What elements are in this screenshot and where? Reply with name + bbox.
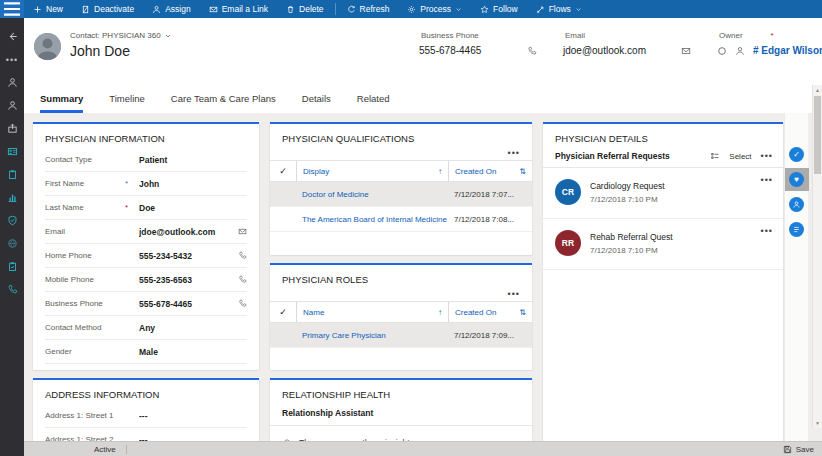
record-status: Active (94, 445, 116, 454)
rail-tab-check[interactable]: ✓ (785, 143, 809, 166)
home-phone-value[interactable]: 555-234-5432 (139, 251, 238, 261)
select-all-check-icon[interactable]: ✓ (270, 161, 296, 181)
analytics-chart-icon[interactable] (0, 186, 24, 209)
first-name-value[interactable]: John (139, 179, 247, 189)
email-icon[interactable] (238, 227, 247, 236)
owner-link[interactable]: # Edgar Wilson II (753, 45, 822, 56)
rail-tab-assistant[interactable] (785, 193, 809, 216)
record-avatar[interactable] (34, 33, 61, 60)
entity-switcher[interactable]: Contact: PHYSICIAN 360 (70, 31, 171, 40)
save-button[interactable]: Save (783, 445, 814, 454)
select-button[interactable]: Select (729, 152, 751, 161)
column-header-created-on[interactable]: Created On ⇅ (448, 161, 532, 181)
qualification-link[interactable]: The American Board of Internal Medicine … (296, 215, 448, 224)
export-record-icon[interactable] (0, 117, 24, 140)
email-value[interactable]: jdoe@outlook.com (563, 45, 691, 56)
field-row-email: Email jdoe@outlook.com (45, 220, 247, 244)
deactivate-button[interactable]: Deactivate (72, 0, 143, 18)
select-all-check-icon[interactable]: ✓ (270, 302, 296, 322)
contact-type-value[interactable]: Patient (139, 155, 247, 165)
more-commands-icon[interactable]: ••• (761, 152, 773, 160)
tasks-clipboard-icon[interactable] (0, 255, 24, 278)
rail-tab-health[interactable]: ♥ (785, 168, 809, 191)
referral-title[interactable]: Rehab Referral Quest (590, 230, 673, 242)
relationship-health-title: RELATIONSHIP HEALTH (270, 380, 532, 404)
owner-value[interactable]: # Edgar Wilson II (717, 45, 822, 56)
phone-icon[interactable] (238, 251, 247, 260)
clipboard-icon[interactable] (0, 163, 24, 186)
new-button[interactable]: New (24, 0, 72, 18)
process-button[interactable]: Process (398, 0, 471, 18)
assign-button[interactable]: Assign (143, 0, 200, 18)
column-header-display[interactable]: Display ↑ (296, 161, 448, 181)
flows-button-label: Flows (549, 4, 571, 14)
table-row[interactable]: The American Board of Internal Medicine … (270, 207, 532, 232)
physician-qualifications-title: PHYSICIAN QUALIFICATIONS (270, 124, 532, 148)
flows-button[interactable]: Flows (527, 0, 591, 18)
email-link-button-label: Email a Link (222, 4, 268, 14)
more-commands-icon[interactable]: ••• (761, 176, 773, 184)
mobile-phone-value[interactable]: 555-235-6563 (139, 275, 238, 285)
tab-summary[interactable]: Summary (40, 85, 83, 113)
referral-list-item[interactable]: RR Rehab Referral Quest 7/12/2018 7:10 P… (543, 219, 783, 270)
scroll-down-icon[interactable]: ▼ (813, 418, 822, 428)
vertical-scrollbar[interactable]: ▲ ▼ (812, 85, 822, 428)
email-link-button[interactable]: Email a Link (200, 0, 277, 18)
assign-button-label: Assign (165, 4, 191, 14)
header-fields: Business Phone 555-678-4465 Email jdoe@o… (419, 31, 822, 56)
chevron-down-icon (455, 6, 462, 13)
tab-care-team-care-plans[interactable]: Care Team & Care Plans (171, 85, 276, 113)
id-card-icon[interactable] (0, 140, 24, 163)
command-bar: New Deactivate Assign Email a Link Delet… (0, 0, 822, 18)
role-link[interactable]: Primary Care Physician (296, 331, 448, 340)
network-icon[interactable] (0, 232, 24, 255)
more-commands-icon[interactable]: ••• (508, 290, 520, 298)
header-field-email: Email jdoe@outlook.com (563, 31, 691, 56)
physician-roles-card: PHYSICIAN ROLES ••• ✓ Name ↑ Created On … (270, 263, 532, 370)
refresh-button-label: Refresh (360, 4, 390, 14)
qualification-link[interactable]: Doctor of Medicine (296, 190, 448, 199)
delete-button[interactable]: Delete (277, 0, 333, 18)
contact-icon[interactable] (0, 71, 24, 94)
sort-both-icon: ⇅ (519, 167, 526, 176)
tab-details[interactable]: Details (302, 85, 331, 113)
email-field-value[interactable]: jdoe@outlook.com (139, 227, 238, 237)
refresh-icon (347, 5, 356, 14)
phone-icon[interactable] (238, 299, 247, 308)
business-phone-field-value[interactable]: 555-678-4465 (139, 299, 238, 309)
phone-icon[interactable] (238, 275, 247, 284)
referral-title[interactable]: Cardiology Request (590, 179, 665, 191)
table-row[interactable]: Doctor of Medicine 7/12/2018 7:07... (270, 182, 532, 207)
tab-related[interactable]: Related (357, 85, 390, 113)
trash-icon (286, 5, 295, 14)
referral-date: 7/12/2018 7:10 PM (590, 246, 673, 255)
scroll-up-icon[interactable]: ▲ (813, 85, 822, 95)
header-field-business-phone: Business Phone 555-678-4465 (419, 31, 537, 56)
contact-method-value[interactable]: Any (139, 323, 247, 333)
shield-check-icon[interactable] (0, 209, 24, 232)
column-header-created-on[interactable]: Created On ⇅ (448, 302, 532, 322)
more-commands-icon[interactable]: ••• (508, 149, 520, 157)
referral-list-item[interactable]: CR Cardiology Request 7/12/2018 7:10 PM … (543, 168, 783, 219)
health-heart-circle-icon: ♥ (789, 172, 804, 187)
more-commands-icon[interactable]: ••• (761, 227, 773, 235)
more-ellipsis-icon[interactable]: ••• (0, 48, 24, 71)
follow-button[interactable]: Follow (471, 0, 527, 18)
contact-alt-icon[interactable] (0, 94, 24, 117)
table-row[interactable]: Primary Care Physician 7/12/2018 7:09... (270, 323, 532, 348)
phone-icon[interactable] (0, 278, 24, 301)
sort-ascending-icon: ↑ (438, 308, 442, 317)
list-view-icon[interactable] (710, 151, 720, 161)
last-name-value[interactable]: Doe (139, 203, 247, 213)
scrollbar-thumb[interactable] (814, 96, 821, 174)
hamburger-menu-button[interactable] (0, 0, 24, 18)
column-header-name[interactable]: Name ↑ (296, 302, 448, 322)
gender-value[interactable]: Male (139, 347, 247, 357)
rail-tab-notes[interactable] (785, 218, 809, 241)
business-phone-value[interactable]: 555-678-4465 (419, 45, 537, 56)
refresh-button[interactable]: Refresh (338, 0, 399, 18)
tab-timeline[interactable]: Timeline (109, 85, 145, 113)
business-phone-label: Business Phone (419, 31, 537, 40)
back-arrow-icon[interactable] (0, 25, 24, 48)
address-street1-value[interactable]: --- (139, 411, 247, 421)
